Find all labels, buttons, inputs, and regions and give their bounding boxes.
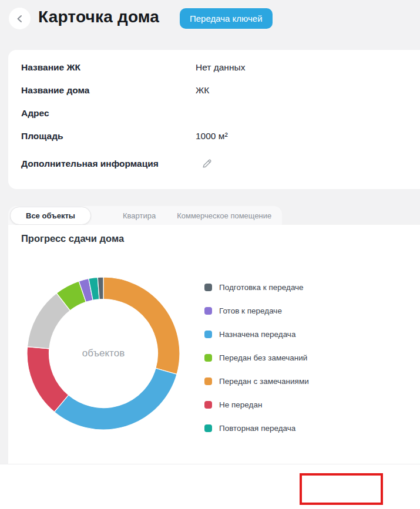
back-button[interactable]	[9, 8, 31, 29]
legend-item: Не передан	[204, 393, 309, 416]
tab-apartment[interactable]: Квартира	[123, 211, 156, 220]
legend-item: Подготовка к передаче	[204, 275, 309, 299]
legend-label: Передан с замечаниями	[219, 377, 309, 386]
legend-color-swatch	[204, 307, 212, 315]
legend-color-swatch	[204, 284, 212, 291]
legend-color-swatch	[204, 331, 212, 338]
donut-chart[interactable]: объектов	[26, 277, 180, 430]
chart-title: Прогресс сдачи дома	[21, 233, 124, 244]
legend-color-swatch	[204, 377, 212, 385]
legend-color-swatch	[204, 354, 212, 362]
progress-chart-panel: Прогресс сдачи дома объектов Подготовка …	[8, 225, 420, 464]
donut-segment[interactable]	[103, 277, 180, 374]
donut-segment[interactable]	[55, 368, 177, 430]
field-label: Название ЖК	[21, 62, 196, 73]
info-field-row: Дополнительная информация	[21, 152, 407, 175]
tab-commercial[interactable]: Коммерческое помещение	[177, 211, 271, 220]
legend-item: Передан без замечаний	[204, 346, 309, 369]
legend-label: Назначена передача	[219, 330, 295, 339]
field-label: Дополнительная информация	[21, 159, 196, 169]
field-value: 1000 м²	[196, 131, 228, 141]
info-field-row: Название домаЖК	[21, 79, 407, 102]
field-value: Нет данных	[196, 62, 245, 73]
field-label: Адрес	[21, 108, 196, 119]
legend-color-swatch	[204, 424, 212, 432]
house-info-card: Название ЖКНет данныхНазвание домаЖКАдре…	[8, 50, 420, 189]
legend-label: Подготовка к передаче	[219, 283, 304, 292]
legend-label: Готов к передаче	[219, 306, 282, 315]
field-label: Площадь	[21, 131, 196, 141]
legend-label: Не передан	[219, 400, 262, 409]
info-field-row: Адрес	[21, 102, 407, 124]
field-label: Название дома	[21, 85, 196, 96]
legend-item: Готов к передаче	[204, 299, 309, 322]
object-type-tabs: Все объектыКвартираКоммерческое помещени…	[8, 206, 282, 225]
bottom-nav: ОбъектыШахматкаЗамечанияГрафики	[0, 464, 420, 509]
donut-segment[interactable]	[27, 347, 69, 412]
key-handover-button[interactable]: Передача ключей	[180, 8, 273, 29]
info-field-row: Площадь1000 м²	[21, 124, 407, 147]
edit-pencil-icon[interactable]	[201, 158, 213, 169]
legend-item: Назначена передача	[204, 322, 309, 346]
legend-label: Повторная передача	[219, 424, 295, 433]
legend-label: Передан без замечаний	[219, 353, 307, 362]
field-value: ЖК	[196, 85, 209, 96]
legend-item: Передан с замечаниями	[204, 369, 309, 393]
info-field-row: Название ЖКНет данных	[21, 56, 407, 79]
tab-all-objects[interactable]: Все объекты	[10, 207, 91, 225]
chevron-left-icon	[15, 14, 25, 24]
chart-legend: Подготовка к передачеГотов к передачеНаз…	[204, 275, 309, 440]
legend-item: Повторная передача	[204, 416, 309, 440]
page-title: Карточка дома	[38, 8, 159, 26]
legend-color-swatch	[204, 401, 212, 409]
header: Карточка дома Передача ключей	[0, 0, 420, 50]
